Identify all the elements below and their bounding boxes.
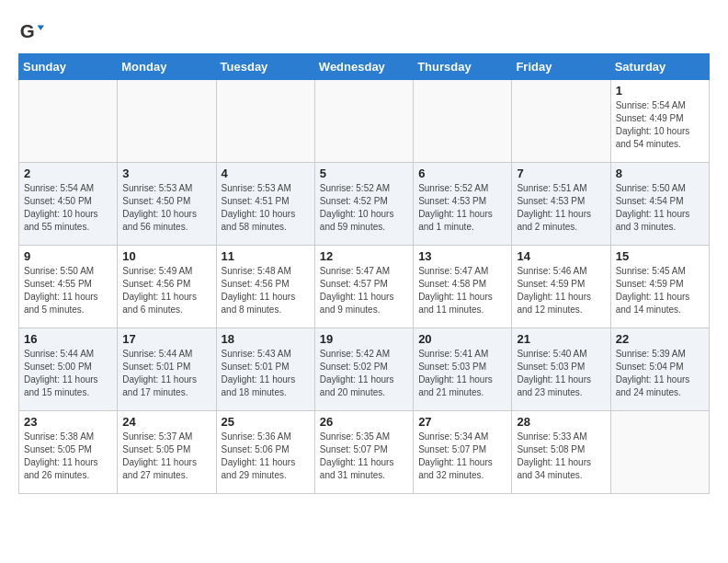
calendar-cell: 5Sunrise: 5:52 AM Sunset: 4:52 PM Daylig… — [314, 163, 413, 246]
calendar-cell: 1Sunrise: 5:54 AM Sunset: 4:49 PM Daylig… — [610, 80, 709, 163]
calendar-cell: 21Sunrise: 5:40 AM Sunset: 5:03 PM Dayli… — [512, 328, 610, 411]
week-row-1: 1Sunrise: 5:54 AM Sunset: 4:49 PM Daylig… — [19, 80, 710, 163]
calendar-cell: 16Sunrise: 5:44 AM Sunset: 5:00 PM Dayli… — [19, 328, 118, 411]
day-number: 16 — [24, 332, 112, 346]
calendar-cell — [19, 80, 118, 163]
calendar-cell: 12Sunrise: 5:47 AM Sunset: 4:57 PM Dayli… — [314, 246, 413, 328]
week-row-2: 2Sunrise: 5:54 AM Sunset: 4:50 PM Daylig… — [19, 163, 710, 246]
logo-icon: G — [18, 18, 44, 44]
calendar-cell: 9Sunrise: 5:50 AM Sunset: 4:55 PM Daylig… — [19, 246, 118, 328]
day-number: 26 — [320, 415, 408, 429]
day-info: Sunrise: 5:49 AM Sunset: 4:56 PM Dayligh… — [122, 265, 210, 316]
week-row-3: 9Sunrise: 5:50 AM Sunset: 4:55 PM Daylig… — [19, 246, 710, 328]
day-number: 1 — [616, 84, 704, 98]
day-number: 15 — [616, 249, 704, 263]
day-number: 20 — [418, 332, 506, 346]
day-info: Sunrise: 5:54 AM Sunset: 4:49 PM Dayligh… — [616, 99, 704, 151]
day-info: Sunrise: 5:36 AM Sunset: 5:06 PM Dayligh… — [222, 431, 310, 482]
day-number: 18 — [222, 332, 310, 346]
calendar-cell: 23Sunrise: 5:38 AM Sunset: 5:05 PM Dayli… — [19, 411, 118, 494]
day-number: 6 — [418, 167, 506, 180]
calendar-cell: 22Sunrise: 5:39 AM Sunset: 5:04 PM Dayli… — [610, 328, 709, 411]
day-info: Sunrise: 5:50 AM Sunset: 4:54 PM Dayligh… — [616, 182, 704, 234]
calendar-cell — [512, 80, 610, 163]
day-info: Sunrise: 5:41 AM Sunset: 5:03 PM Dayligh… — [418, 348, 506, 399]
page-header: G — [18, 18, 710, 44]
calendar-cell: 18Sunrise: 5:43 AM Sunset: 5:01 PM Dayli… — [216, 328, 314, 411]
week-row-5: 23Sunrise: 5:38 AM Sunset: 5:05 PM Dayli… — [19, 411, 710, 494]
day-info: Sunrise: 5:47 AM Sunset: 4:58 PM Dayligh… — [418, 265, 506, 316]
calendar-cell: 11Sunrise: 5:48 AM Sunset: 4:56 PM Dayli… — [216, 246, 314, 328]
day-number: 3 — [122, 167, 210, 180]
day-number: 11 — [222, 249, 310, 263]
day-info: Sunrise: 5:46 AM Sunset: 4:59 PM Dayligh… — [517, 265, 605, 316]
calendar-cell: 27Sunrise: 5:34 AM Sunset: 5:07 PM Dayli… — [414, 411, 512, 494]
svg-text:G: G — [20, 20, 35, 41]
calendar-cell: 28Sunrise: 5:33 AM Sunset: 5:08 PM Dayli… — [512, 411, 610, 494]
calendar-cell: 15Sunrise: 5:45 AM Sunset: 4:59 PM Dayli… — [610, 246, 709, 328]
day-info: Sunrise: 5:52 AM Sunset: 4:53 PM Dayligh… — [418, 182, 506, 234]
day-info: Sunrise: 5:53 AM Sunset: 4:51 PM Dayligh… — [222, 182, 310, 234]
calendar-cell: 26Sunrise: 5:35 AM Sunset: 5:07 PM Dayli… — [314, 411, 413, 494]
day-info: Sunrise: 5:33 AM Sunset: 5:08 PM Dayligh… — [517, 431, 605, 482]
weekday-header-thursday: Thursday — [414, 54, 512, 80]
day-number: 8 — [616, 167, 704, 180]
day-number: 9 — [24, 249, 112, 263]
calendar-cell: 17Sunrise: 5:44 AM Sunset: 5:01 PM Dayli… — [118, 328, 216, 411]
weekday-header-monday: Monday — [118, 54, 216, 80]
calendar-cell: 7Sunrise: 5:51 AM Sunset: 4:53 PM Daylig… — [512, 163, 610, 246]
calendar-cell — [314, 80, 413, 163]
day-info: Sunrise: 5:52 AM Sunset: 4:52 PM Dayligh… — [320, 182, 408, 234]
weekday-header-tuesday: Tuesday — [216, 54, 314, 80]
day-number: 24 — [122, 415, 210, 429]
calendar-cell — [610, 411, 709, 494]
day-info: Sunrise: 5:34 AM Sunset: 5:07 PM Dayligh… — [418, 431, 506, 482]
weekday-header-sunday: Sunday — [19, 54, 118, 80]
calendar-cell: 4Sunrise: 5:53 AM Sunset: 4:51 PM Daylig… — [216, 163, 314, 246]
week-row-4: 16Sunrise: 5:44 AM Sunset: 5:00 PM Dayli… — [19, 328, 710, 411]
day-info: Sunrise: 5:48 AM Sunset: 4:56 PM Dayligh… — [222, 265, 310, 316]
day-number: 10 — [122, 249, 210, 263]
calendar-cell — [216, 80, 314, 163]
svg-marker-1 — [38, 25, 44, 30]
day-info: Sunrise: 5:42 AM Sunset: 5:02 PM Dayligh… — [320, 348, 408, 399]
day-info: Sunrise: 5:54 AM Sunset: 4:50 PM Dayligh… — [24, 182, 112, 234]
weekday-header-saturday: Saturday — [610, 54, 709, 80]
calendar-cell — [414, 80, 512, 163]
day-info: Sunrise: 5:51 AM Sunset: 4:53 PM Dayligh… — [517, 182, 605, 234]
day-info: Sunrise: 5:47 AM Sunset: 4:57 PM Dayligh… — [320, 265, 408, 316]
day-info: Sunrise: 5:44 AM Sunset: 5:01 PM Dayligh… — [122, 348, 210, 399]
day-info: Sunrise: 5:40 AM Sunset: 5:03 PM Dayligh… — [517, 348, 605, 399]
day-number: 13 — [418, 249, 506, 263]
calendar-cell: 24Sunrise: 5:37 AM Sunset: 5:05 PM Dayli… — [118, 411, 216, 494]
day-number: 25 — [222, 415, 310, 429]
calendar-cell: 2Sunrise: 5:54 AM Sunset: 4:50 PM Daylig… — [19, 163, 118, 246]
day-number: 28 — [517, 415, 605, 429]
day-number: 17 — [122, 332, 210, 346]
logo: G — [18, 18, 48, 44]
calendar-cell: 14Sunrise: 5:46 AM Sunset: 4:59 PM Dayli… — [512, 246, 610, 328]
day-info: Sunrise: 5:35 AM Sunset: 5:07 PM Dayligh… — [320, 431, 408, 482]
header-row: SundayMondayTuesdayWednesdayThursdayFrid… — [19, 54, 710, 80]
day-info: Sunrise: 5:38 AM Sunset: 5:05 PM Dayligh… — [24, 431, 112, 482]
day-info: Sunrise: 5:43 AM Sunset: 5:01 PM Dayligh… — [222, 348, 310, 399]
day-number: 19 — [320, 332, 408, 346]
day-number: 27 — [418, 415, 506, 429]
calendar-cell: 19Sunrise: 5:42 AM Sunset: 5:02 PM Dayli… — [314, 328, 413, 411]
calendar-cell: 13Sunrise: 5:47 AM Sunset: 4:58 PM Dayli… — [414, 246, 512, 328]
calendar-cell: 10Sunrise: 5:49 AM Sunset: 4:56 PM Dayli… — [118, 246, 216, 328]
calendar-cell — [118, 80, 216, 163]
day-number: 14 — [517, 249, 605, 263]
day-number: 12 — [320, 249, 408, 263]
day-info: Sunrise: 5:37 AM Sunset: 5:05 PM Dayligh… — [122, 431, 210, 482]
day-info: Sunrise: 5:53 AM Sunset: 4:50 PM Dayligh… — [122, 182, 210, 234]
day-number: 5 — [320, 167, 408, 180]
day-number: 4 — [222, 167, 310, 180]
calendar-cell: 25Sunrise: 5:36 AM Sunset: 5:06 PM Dayli… — [216, 411, 314, 494]
day-info: Sunrise: 5:39 AM Sunset: 5:04 PM Dayligh… — [616, 348, 704, 399]
calendar-cell: 20Sunrise: 5:41 AM Sunset: 5:03 PM Dayli… — [414, 328, 512, 411]
day-number: 22 — [616, 332, 704, 346]
day-number: 23 — [24, 415, 112, 429]
day-number: 2 — [24, 167, 112, 180]
day-info: Sunrise: 5:45 AM Sunset: 4:59 PM Dayligh… — [616, 265, 704, 316]
